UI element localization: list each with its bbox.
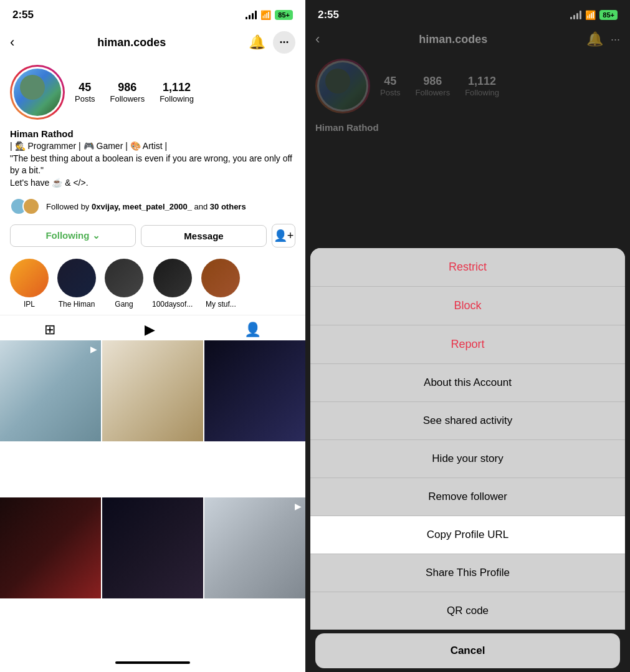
- highlight-ipl[interactable]: IPL: [10, 259, 49, 309]
- left-time: 2:55: [12, 9, 34, 21]
- right-more-dots-icon: ···: [611, 33, 620, 46]
- wifi-icon: 📶: [260, 10, 271, 20]
- following-label: Following: [160, 94, 194, 103]
- posts-label: Posts: [75, 94, 95, 103]
- right-stats-row: 45 Posts 986 Followers 1,112 Following: [380, 75, 620, 97]
- right-avatar: [315, 59, 370, 113]
- right-bio-name: Himan Rathod: [315, 122, 620, 133]
- content-tab-bar: ⊞ ▶ 👤: [0, 315, 305, 340]
- grid-cell-3[interactable]: [204, 340, 305, 441]
- right-profile-dim: 45 Posts 986 Followers 1,112 Following: [305, 52, 630, 120]
- right-followers-count: 986: [423, 75, 442, 88]
- highlight-circle-mystuff: [201, 259, 240, 297]
- signal-icon: [246, 11, 257, 19]
- video-badge-6: ▶: [295, 501, 302, 511]
- grid-cell-6[interactable]: ▶: [204, 497, 305, 598]
- sheet-menu: Restrict Block Report About this Account…: [310, 248, 625, 630]
- followers-label: Followers: [110, 94, 145, 103]
- header-icons: 🔔 ···: [249, 31, 295, 54]
- followers-stat[interactable]: 986 Followers: [110, 81, 145, 103]
- grid-tab-icon[interactable]: ⊞: [44, 322, 55, 338]
- add-person-button[interactable]: 👤+: [272, 224, 295, 247]
- right-username: himan.codes: [419, 33, 487, 46]
- right-status-icons: 📶 85+: [570, 10, 618, 20]
- restrict-button[interactable]: Restrict: [310, 248, 625, 287]
- more-options-button[interactable]: ···: [273, 31, 295, 54]
- followers-count: 986: [118, 81, 136, 94]
- report-button[interactable]: Report: [310, 325, 625, 364]
- right-posts-count: 45: [384, 75, 396, 88]
- right-battery-badge: 85+: [599, 10, 618, 20]
- battery-badge: 85+: [275, 10, 293, 20]
- add-person-icon: 👤+: [274, 229, 294, 242]
- right-time: 2:55: [318, 9, 339, 21]
- reels-tab-icon[interactable]: ▶: [145, 322, 155, 338]
- right-signal-icon: [570, 11, 581, 19]
- grid-cell-5[interactable]: [102, 497, 203, 598]
- highlight-gang[interactable]: Gang: [105, 259, 143, 309]
- highlight-mystuff[interactable]: My stuf...: [201, 259, 240, 309]
- shared-activity-button[interactable]: See shared activity: [310, 402, 625, 440]
- posts-stat: 45 Posts: [75, 81, 95, 103]
- qr-code-button[interactable]: QR code: [310, 592, 625, 630]
- left-panel: 2:55 📶 85+ ‹ himan.codes 🔔 ···: [0, 0, 305, 672]
- right-following-count: 1,112: [468, 75, 496, 88]
- profile-header: ‹ himan.codes 🔔 ···: [0, 26, 305, 59]
- right-following-label: Following: [465, 88, 499, 97]
- right-panel: 2:55 📶 85+ ‹ himan.codes 🔔 ···: [305, 0, 630, 672]
- right-header-dim: ‹ himan.codes 🔔 ···: [305, 26, 630, 52]
- left-status-icons: 📶 85+: [246, 10, 293, 20]
- share-profile-button[interactable]: Share This Profile: [310, 554, 625, 592]
- notification-bell-icon[interactable]: 🔔: [249, 34, 265, 50]
- remove-follower-button[interactable]: Remove follower: [310, 478, 625, 516]
- video-badge-1: ▶: [90, 344, 97, 354]
- right-bell-icon: 🔔: [586, 31, 603, 47]
- action-buttons-row: Following ⌄ Message 👤+: [0, 219, 305, 252]
- highlight-label-himan: The Himan: [59, 300, 95, 309]
- bio-section: Himan Rathod | 🕵️ Programmer | 🎮 Gamer |…: [0, 126, 305, 194]
- cancel-button[interactable]: Cancel: [315, 633, 620, 668]
- right-back-button: ‹: [315, 31, 320, 47]
- followed-by-text: Followed by 0xvijay, meet_patel_2000_ an…: [46, 202, 246, 211]
- highlight-circle-days: [153, 259, 192, 297]
- tagged-tab-icon[interactable]: 👤: [244, 322, 261, 338]
- follower-avatar-2: [22, 198, 40, 215]
- right-posts-label: Posts: [380, 88, 401, 97]
- following-count: 1,112: [163, 81, 191, 94]
- highlight-label-mystuff: My stuf...: [206, 300, 236, 309]
- block-button[interactable]: Block: [310, 287, 625, 325]
- avatar: [14, 69, 61, 116]
- grid-cell-2[interactable]: [102, 340, 203, 441]
- highlight-circle-himan: [57, 259, 96, 297]
- highlight-himan[interactable]: The Himan: [57, 259, 96, 309]
- right-wifi-icon: 📶: [585, 10, 596, 20]
- right-name-dim: Himan Rathod: [305, 120, 630, 139]
- copy-profile-url-button[interactable]: Copy Profile URL: [310, 516, 625, 554]
- home-indicator: [0, 653, 305, 672]
- follower-avatars: [10, 198, 35, 215]
- home-bar: [115, 661, 190, 664]
- message-button[interactable]: Message: [141, 225, 267, 247]
- grid-cell-4[interactable]: [0, 497, 101, 598]
- followed-by-section: Followed by 0xvijay, meet_patel_2000_ an…: [0, 194, 305, 219]
- bio-name: Himan Rathod: [10, 128, 295, 139]
- posts-count: 45: [79, 81, 91, 94]
- back-button[interactable]: ‹: [10, 34, 14, 50]
- grid-cell-1[interactable]: ▶: [0, 340, 101, 441]
- profile-username: himan.codes: [97, 36, 166, 49]
- bio-line1: | 🕵️ Programmer | 🎮 Gamer | 🎨 Artist |: [10, 140, 295, 153]
- highlight-label-gang: Gang: [115, 300, 133, 309]
- highlight-100days[interactable]: 100daysof...: [152, 259, 193, 309]
- hide-story-button[interactable]: Hide your story: [310, 440, 625, 478]
- about-account-button[interactable]: About this Account: [310, 364, 625, 402]
- cancel-label: Cancel: [451, 645, 485, 657]
- bio-line3: Let's have ☕ & </>.: [10, 177, 295, 190]
- avatar-wrapper: [10, 65, 65, 120]
- highlight-label-ipl: IPL: [24, 300, 35, 309]
- highlight-circle-gang: [105, 259, 143, 297]
- bottom-sheet: Restrict Block Report About this Account…: [310, 248, 625, 672]
- following-button[interactable]: Following ⌄: [10, 224, 136, 247]
- highlight-circle-ipl: [10, 259, 49, 297]
- following-stat[interactable]: 1,112 Following: [160, 81, 194, 103]
- profile-info-row: 45 Posts 986 Followers 1,112 Following: [0, 59, 305, 126]
